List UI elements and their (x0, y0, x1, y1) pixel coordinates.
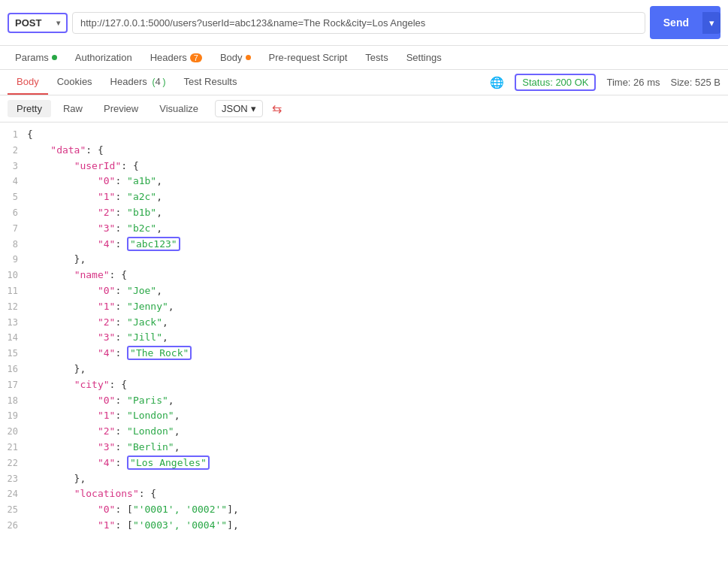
view-preview[interactable]: Preview (95, 100, 147, 117)
json-line: 7 "3": "b2c", (0, 221, 728, 237)
tab-prerequest[interactable]: Pre-request Script (261, 46, 355, 69)
json-line: 14 "3": "Jill", (0, 330, 728, 346)
tab-settings[interactable]: Settings (399, 46, 449, 69)
json-viewer: 1{2 "data": {3 "userId": {4 "0": "a1b",5… (0, 123, 728, 534)
json-line: 4 "0": "a1b", (0, 174, 728, 189)
send-button-main[interactable]: Send (650, 11, 702, 34)
json-line: 16 }, (0, 362, 728, 377)
json-line: 18 "0": "Paris", (0, 393, 728, 409)
headers-badge: 7 (190, 53, 202, 62)
json-line: 1{ (0, 127, 728, 143)
method-label: POST (15, 17, 41, 29)
json-line: 17 "city": { (0, 377, 728, 393)
json-line: 3 "userId": { (0, 159, 728, 174)
tab-tests[interactable]: Tests (358, 46, 395, 69)
tab-headers[interactable]: Headers 7 (143, 46, 210, 69)
response-tabs: Body Cookies Headers (4) Test Results 🌐 … (0, 70, 728, 95)
tab-response-body[interactable]: Body (8, 70, 48, 95)
response-size: Size: 525 B (671, 77, 721, 88)
response-toolbar: Pretty Raw Preview Visualize JSON ▾ ⇆ (0, 95, 728, 123)
tab-params[interactable]: Params (8, 46, 65, 69)
json-line: 5 "1": "a2c", (0, 189, 728, 205)
json-line: 10 "name": { (0, 268, 728, 283)
json-line: 9 }, (0, 252, 728, 268)
tab-body[interactable]: Body (213, 46, 258, 69)
url-input[interactable] (72, 12, 645, 34)
url-bar: POST ▾ Send ▾ (0, 0, 728, 46)
send-button[interactable]: Send ▾ (650, 6, 720, 39)
response-status-area: 🌐 Status: 200 OK Time: 26 ms Size: 525 B (490, 74, 720, 91)
json-line: 8 "4": "abc123" (0, 237, 728, 253)
method-caret: ▾ (56, 19, 60, 27)
json-line: 24 "locations": { (0, 486, 728, 502)
format-select[interactable]: JSON ▾ (215, 100, 263, 117)
json-line: 11 "0": "Joe", (0, 283, 728, 299)
tab-test-results[interactable]: Test Results (175, 70, 246, 95)
wrap-icon[interactable]: ⇆ (272, 101, 282, 116)
status-badge: Status: 200 OK (515, 74, 596, 91)
params-dot (52, 55, 57, 60)
json-line: 19 "1": "London", (0, 408, 728, 424)
json-line: 25 "0": ["'0001', '0002'"], (0, 502, 728, 518)
view-raw[interactable]: Raw (54, 100, 92, 117)
view-pretty[interactable]: Pretty (8, 100, 51, 117)
tab-response-cookies[interactable]: Cookies (48, 70, 101, 95)
tab-response-headers[interactable]: Headers (4) (101, 70, 175, 95)
send-button-arrow[interactable]: ▾ (702, 12, 720, 34)
json-line: 12 "1": "Jenny", (0, 299, 728, 315)
json-line: 6 "2": "b1b", (0, 205, 728, 221)
globe-icon[interactable]: 🌐 (490, 76, 504, 89)
json-line: 2 "data": { (0, 143, 728, 159)
json-line: 13 "2": "Jack", (0, 315, 728, 331)
json-line: 20 "2": "London", (0, 424, 728, 440)
response-time: Time: 26 ms (606, 77, 660, 88)
json-line: 15 "4": "The Rock" (0, 346, 728, 362)
json-line: 21 "3": "Berlin", (0, 440, 728, 456)
json-line: 22 "4": "Los Angeles" (0, 456, 728, 471)
format-caret: ▾ (251, 103, 256, 114)
request-tabs: Params Authorization Headers 7 Body Pre-… (0, 46, 728, 70)
body-dot (246, 55, 251, 60)
tab-authorization[interactable]: Authorization (68, 46, 140, 69)
method-select[interactable]: POST ▾ (8, 13, 68, 33)
json-line: 26 "1": ["'0003', '0004'"], (0, 518, 728, 534)
view-visualize[interactable]: Visualize (150, 100, 207, 117)
json-line: 23 }, (0, 471, 728, 487)
